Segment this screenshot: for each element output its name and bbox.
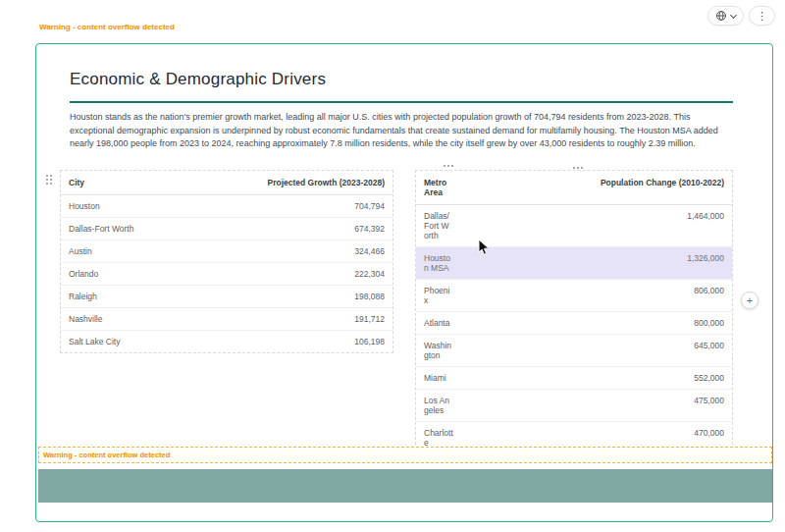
row-value: 475,000 [461,390,732,422]
row-value: 1,326,000 [461,247,732,280]
add-block-button[interactable]: + [741,292,759,309]
section-title[interactable]: Economic & Demographic Drivers [70,70,326,89]
plus-icon: + [747,295,753,306]
row-label: Atlanta [416,312,461,335]
row-value: 324,466 [186,240,392,263]
table-header-row: City Projected Growth (2023-2028) [61,171,392,195]
toolbar: ⋮ [707,6,775,26]
table-row[interactable]: Orlando222,304 [61,263,392,286]
overflow-warning-top: Warning - content overflow detected [39,23,175,31]
row-value: 704,794 [186,195,392,218]
row-label: Dallas/Fort Worth [416,205,461,247]
row-label: Austin [61,240,186,263]
table-row[interactable]: Los Angeles475,000 [416,390,732,422]
row-label: Houston [61,195,186,218]
row-value: 806,000 [461,280,732,312]
table-row[interactable]: Houston MSA1,326,000 [416,247,732,280]
drag-handle-icon[interactable] [443,164,454,168]
globe-icon [715,10,727,22]
column-header: Projected Growth (2023-2028) [186,171,392,195]
row-label: Raleigh [61,286,186,308]
row-label: Los Angeles [416,390,461,422]
overflow-warning-strip: Warning - content overflow detected [38,447,772,463]
table-row[interactable]: Salt Lake City106,198 [61,331,392,353]
overflow-warning-bottom: Warning - content overflow detected [43,451,170,459]
title-divider [70,101,733,103]
column-header: Metro Area [416,171,461,205]
theme-button[interactable] [707,6,744,26]
row-value: 645,000 [461,335,732,367]
row-label: Nashville [61,308,186,331]
tables-row: City Projected Growth (2023-2028) Housto… [60,170,733,454]
row-value: 800,000 [461,312,732,335]
projected-growth-table[interactable]: City Projected Growth (2023-2028) Housto… [60,170,393,353]
table-row[interactable]: Dallas/Fort Worth1,464,000 [416,205,732,247]
row-label: Orlando [61,263,186,286]
table-row[interactable]: Miami552,000 [416,367,732,390]
drag-handle-icon[interactable] [45,174,53,186]
row-value: 191,712 [186,308,392,331]
table-row[interactable]: Phoenix806,000 [416,280,732,312]
table-row[interactable]: Raleigh198,088 [61,286,392,308]
row-label: Phoenix [416,280,461,312]
row-label: Salt Lake City [61,331,186,353]
chevron-down-icon [730,11,737,18]
row-label: Miami [416,367,461,390]
selected-section-card[interactable]: Economic & Demographic Drivers Houston s… [35,43,773,522]
row-value: 1,464,000 [461,205,732,247]
table-row[interactable]: Atlanta800,000 [416,312,732,335]
population-change-table[interactable]: Metro Area Population Change (2010-2022)… [415,170,733,454]
table-row[interactable]: Nashville191,712 [61,308,392,331]
table-row[interactable]: Dallas-Fort Worth674,392 [61,218,392,240]
row-value: 198,088 [186,286,392,308]
table-row[interactable]: Austin324,466 [61,240,392,263]
row-value: 674,392 [186,218,392,240]
row-value: 106,198 [186,331,392,353]
table-header-row: Metro Area Population Change (2010-2022) [416,171,732,205]
row-label: Dallas-Fort Worth [61,218,186,240]
row-label: Houston MSA [416,247,461,280]
row-label: Washington [416,335,461,367]
column-header: Population Change (2010-2022) [461,171,732,205]
table-row[interactable]: Washington645,000 [416,335,732,367]
column-header: City [61,171,186,195]
table-row[interactable]: Houston704,794 [61,195,392,218]
section-paragraph[interactable]: Houston stands as the nation's premier g… [70,111,735,151]
app-canvas: Warning - content overflow detected ⋮ Ec… [0,0,785,532]
kebab-menu-icon: ⋮ [757,11,767,22]
overflow-block[interactable] [38,469,772,503]
kebab-menu-button[interactable]: ⋮ [749,6,775,26]
row-value: 552,000 [461,367,732,390]
row-value: 222,304 [186,263,392,286]
